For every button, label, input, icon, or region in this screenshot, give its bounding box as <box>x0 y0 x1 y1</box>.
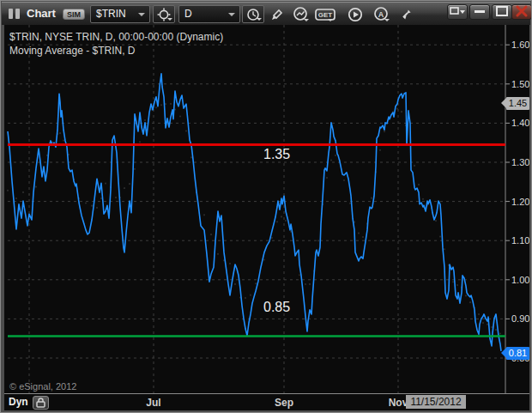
interval-combo[interactable]: D <box>178 5 240 23</box>
lock-button[interactable] <box>33 396 49 410</box>
moving-average-dot <box>59 132 61 134</box>
moving-average-dot <box>487 324 488 325</box>
moving-average-dot <box>482 322 484 324</box>
chart-plot: 1.601.501.401.301.201.101.000.900.80 <box>4 25 529 393</box>
moving-average-dot <box>305 283 306 285</box>
moving-average-dot <box>358 233 360 234</box>
chevron-down-icon <box>257 18 262 21</box>
window-icon <box>9 9 21 19</box>
moving-average-dot <box>129 183 130 185</box>
get-data-button[interactable]: GET <box>314 5 335 23</box>
swap-symbol-button[interactable] <box>396 5 417 23</box>
moving-average-dot <box>276 221 278 222</box>
moving-average-dot <box>245 297 246 299</box>
dyn-mode-label: Dyn <box>9 396 28 408</box>
chart-canvas[interactable]: 1.601.501.401.301.201.101.000.900.80 $TR… <box>4 25 529 393</box>
x-axis-label: Nov <box>389 397 408 409</box>
chart-header-study: Moving Average - $TRIN, D <box>9 45 136 57</box>
moving-average-dot <box>105 183 106 185</box>
moving-average-dot <box>379 149 381 151</box>
titlebar[interactable]: Chart SIM $TRIN D <box>2 2 530 25</box>
moving-average-dot <box>422 198 424 200</box>
moving-average-dot <box>281 216 282 217</box>
lower-hline-label: 0.85 <box>263 300 290 315</box>
chart-header-symbol: $TRIN, NYSE TRIN, D, 00:00-00:00 (Dynami… <box>9 31 223 43</box>
moving-average-dot <box>229 263 231 264</box>
moving-average-dot <box>285 220 287 222</box>
moving-average-dot <box>144 119 146 121</box>
chart-window: Chart SIM $TRIN D <box>0 0 532 413</box>
restore-menu-button[interactable] <box>447 4 468 20</box>
moving-average-dot <box>96 207 98 209</box>
get-icon: GET <box>314 6 336 23</box>
time-axis[interactable]: Dyn JulSepNov11/15/2012 <box>4 393 529 410</box>
moving-average-dot <box>396 108 398 110</box>
moving-average-dot <box>371 197 372 199</box>
moving-average-dot <box>330 159 332 161</box>
moving-average-dot <box>349 203 351 204</box>
moving-average-dot <box>495 329 497 331</box>
copyright-label: © eSignal, 2012 <box>9 381 76 392</box>
chart-content: 1.601.501.401.301.201.101.000.900.80 $TR… <box>4 25 529 410</box>
chevron-down-icon <box>167 18 172 21</box>
moving-average-dot <box>439 236 441 238</box>
moving-average-dot <box>170 103 172 105</box>
moving-average-dot <box>263 258 265 260</box>
moving-average-dot <box>85 202 87 203</box>
moving-average-dot <box>444 248 445 250</box>
moving-average-dot <box>343 179 345 181</box>
moving-average-dot <box>7 190 9 191</box>
symbol-combo[interactable]: $TRIN <box>90 5 150 23</box>
moving-average-dot <box>271 237 273 239</box>
moving-average-dot <box>250 295 251 296</box>
close-button[interactable] <box>511 4 532 20</box>
chevron-down-icon <box>384 19 390 21</box>
auto-session-button[interactable]: A <box>371 5 391 23</box>
moving-average-dot <box>362 236 364 238</box>
moving-average-dot <box>317 240 319 241</box>
moving-average-dot <box>456 284 458 286</box>
moving-average-dot <box>185 130 187 131</box>
chevron-down-icon <box>328 19 333 21</box>
moving-average-dot <box>418 184 420 185</box>
svg-text:GET: GET <box>318 11 333 19</box>
play-icon <box>347 6 364 23</box>
moving-average-dot <box>139 141 141 143</box>
close-icon <box>512 5 531 17</box>
moving-average-dot <box>478 313 480 315</box>
svg-text:A: A <box>378 9 384 18</box>
chevron-down-icon <box>304 19 309 21</box>
moving-average-dot <box>384 131 385 132</box>
sim-badge: SIM <box>63 9 85 20</box>
moving-average-dot <box>255 282 257 284</box>
play-button[interactable] <box>345 5 366 23</box>
pencil-icon <box>268 6 285 23</box>
price-line <box>8 74 501 351</box>
x-axis-label: Jul <box>146 397 160 409</box>
symbol-settings-button[interactable] <box>153 5 175 23</box>
moving-average-dot <box>210 234 212 235</box>
moving-average-dot <box>134 168 136 170</box>
minimize-button[interactable] <box>469 4 490 20</box>
moving-average-dot <box>435 220 437 222</box>
moving-average-dot <box>234 283 236 285</box>
window-title: Chart <box>27 7 56 20</box>
interval-value: D <box>184 8 192 20</box>
moving-average-dot <box>115 197 117 198</box>
price-axis[interactable] <box>505 25 529 393</box>
time-template-button[interactable] <box>242 5 264 23</box>
moving-average-dot <box>91 205 93 207</box>
moving-average-dot <box>217 253 219 255</box>
minimize-icon <box>470 5 489 17</box>
cursor-date-badge: 11/15/2012 <box>406 395 466 409</box>
swap-arrows-icon <box>398 6 415 23</box>
maximize-icon <box>493 5 511 17</box>
upper-hline-label: 1.35 <box>263 147 290 162</box>
moving-average-dot <box>22 191 24 193</box>
moving-average-dot <box>401 111 402 112</box>
moving-average-dot <box>179 115 181 117</box>
draw-tool-button[interactable] <box>266 5 287 23</box>
maximize-button[interactable] <box>492 4 512 20</box>
line-tools-button[interactable] <box>290 5 311 23</box>
moving-average-dot <box>63 140 64 142</box>
